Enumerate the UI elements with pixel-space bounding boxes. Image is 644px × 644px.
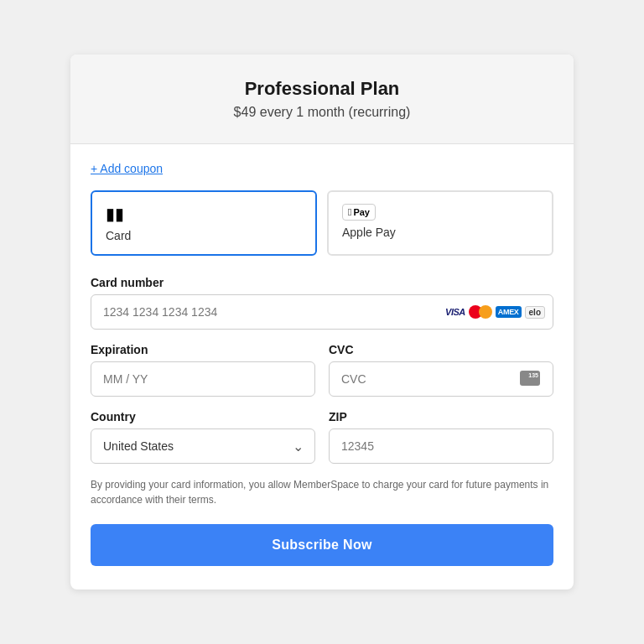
plan-price: $49 every 1 month (recurring) [87, 105, 557, 120]
payment-tabs: ▮▮ Card Pay Apple Pay [91, 190, 553, 256]
add-coupon-link[interactable]: + Add coupon [91, 162, 163, 175]
plan-header: Professional Plan $49 every 1 month (rec… [70, 55, 574, 144]
cvc-label: CVC [329, 343, 553, 356]
apple-pay-badge: Pay [342, 204, 376, 221]
zip-label: ZIP [329, 410, 553, 423]
cvc-group: CVC [329, 343, 553, 397]
cvc-card-icon [520, 371, 543, 387]
country-select-wrapper: United States Canada United Kingdom Aust… [91, 428, 315, 464]
country-group: Country United States Canada United King… [91, 410, 315, 464]
card-tab-label: Card [106, 229, 302, 242]
visa-icon: VISA [445, 307, 465, 317]
form-body: + Add coupon ▮▮ Card Pay Apple Pay Card… [70, 144, 574, 589]
mastercard-icon [469, 304, 492, 319]
expiration-input[interactable] [91, 361, 315, 397]
subscribe-button[interactable]: Subscribe Now [91, 524, 553, 566]
country-select[interactable]: United States Canada United Kingdom Aust… [91, 428, 315, 464]
expiration-group: Expiration [91, 343, 315, 397]
payment-container: Professional Plan $49 every 1 month (rec… [70, 55, 574, 589]
elo-icon: elo [525, 306, 545, 319]
card-number-wrapper: VISA AMEX elo [91, 294, 553, 330]
apple-pay-tab-label: Apple Pay [342, 226, 538, 239]
cvc-wrapper [329, 361, 553, 397]
amex-icon: AMEX [496, 306, 522, 318]
card-number-label: Card number [91, 276, 553, 289]
card-tab-icon: ▮▮ [106, 204, 302, 224]
card-brands: VISA AMEX elo [445, 304, 545, 319]
card-number-group: Card number VISA AMEX elo [91, 276, 553, 330]
plan-title: Professional Plan [87, 78, 557, 100]
country-zip-row: Country United States Canada United King… [91, 410, 553, 477]
expiry-cvc-row: Expiration CVC [91, 343, 553, 410]
apple-pay-tab[interactable]: Pay Apple Pay [327, 190, 553, 256]
zip-input[interactable] [329, 428, 553, 464]
disclaimer-text: By providing your card information, you … [91, 477, 553, 507]
zip-group: ZIP [329, 410, 553, 464]
country-label: Country [91, 410, 315, 423]
expiration-label: Expiration [91, 343, 315, 356]
card-tab[interactable]: ▮▮ Card [91, 190, 317, 256]
